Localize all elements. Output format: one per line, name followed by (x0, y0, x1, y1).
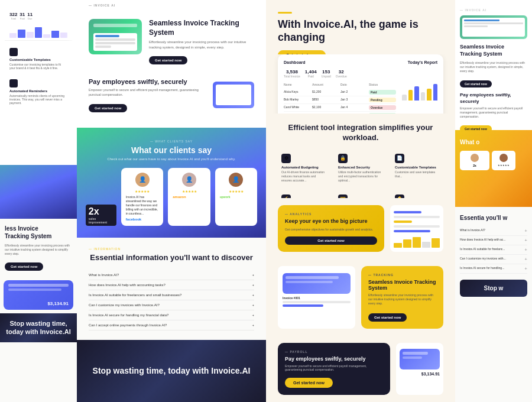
right-faq-1[interactable]: How does Invoice.AI help with ac... + (460, 236, 527, 245)
right-hero-mockup (460, 15, 527, 39)
left-bar-3 (27, 32, 34, 38)
pay-employees-row: Pay employees swiftly, securely Empower … (89, 72, 254, 118)
mockup-row-1 (95, 38, 135, 41)
left-bar-1 (9, 33, 17, 38)
dashboard-card: Dashboard Today's Report 3,538 Total Inv… (278, 54, 443, 114)
seamless-cta[interactable]: Get started now (368, 313, 407, 322)
stat-paid: 1,404 Paid (305, 69, 317, 78)
testimonials-section: — WHAT CLIENTS SAY What our clients say … (77, 128, 266, 238)
left-bar-6 (51, 31, 59, 38)
mockup-row-blue (95, 35, 119, 37)
pay-cta-button[interactable]: Get started now (89, 104, 127, 112)
dashboard-section: Dashboard Today's Report 3,538 Total Inv… (266, 54, 455, 114)
right-faq-icon-0: + (524, 228, 527, 234)
faq-expand-1[interactable]: + (252, 283, 254, 287)
stat-overdue: 32 Overdue (336, 69, 347, 78)
rm-row-3 (464, 25, 488, 27)
right-avatar-2 (499, 154, 508, 162)
bp-bar-3 (413, 237, 421, 248)
reminders-icon (9, 79, 18, 87)
faq-item-0[interactable]: What is Invoice.AI? + (89, 270, 254, 280)
mockup-row-1 (394, 216, 440, 218)
rm-row-1 (464, 20, 499, 21)
rm-row-2 (464, 22, 523, 24)
mockup-row-blue-2 (394, 230, 430, 232)
company-1: facebook (126, 218, 158, 221)
right-pay-text: Pay employees swiftly, securely Empower … (460, 92, 527, 130)
seamless-eyebrow: — TRACKING (368, 273, 436, 277)
dashboard-stats: 3,538 Total Invoice 1,404 Paid 153 Unpai… (284, 69, 437, 78)
right-mini-card-2: ★★★★★ (492, 151, 515, 170)
big-picture-eyebrow: — ANALYTICS (285, 212, 377, 216)
right-mockup-inner (462, 18, 525, 37)
payment-icon: 💳 (338, 194, 348, 198)
left-bar-2 (18, 30, 25, 38)
hero-cta-button[interactable]: Get started now (149, 56, 187, 64)
faq-expand-3[interactable]: + (252, 303, 254, 307)
avatar-3: 👤 (229, 173, 243, 187)
hero-text: Seamless Invoice Tracking System Effortl… (149, 19, 254, 64)
chart-bar-6 (433, 84, 438, 100)
gallery-grid: 322 Total 31 Paid 11 Due (0, 0, 532, 402)
faq-expand-5[interactable]: + (252, 323, 254, 327)
security-icon: 🔒 (338, 154, 348, 163)
pay-eyebrow: — PAYROLL (285, 350, 383, 354)
features-section: Efficient tool integration simplifies yo… (266, 114, 455, 198)
templates-icon (9, 48, 18, 56)
chart-bar-3 (414, 86, 419, 100)
faq-expand-2[interactable]: + (252, 293, 254, 297)
seamless-mockup: Invoice #001 (278, 266, 355, 329)
mockup-row-2 (394, 225, 440, 228)
hero-eyebrow: — INVOICE AI (89, 4, 115, 7)
bp-bar-1 (394, 243, 402, 248)
right-faq-3[interactable]: Can I customize my invoices with... + (460, 255, 527, 264)
pay-section: — PAYROLL Pay employees swiftly, securel… (266, 336, 455, 402)
stars-2: ★★★★★ (173, 189, 205, 193)
left-cta-button[interactable]: Get started now (5, 262, 43, 271)
seamless-section: Invoice #001 — TRACKING Seamless Invoice… (266, 259, 455, 336)
testimonials-eyebrow: — WHAT CLIENTS SAY (150, 140, 193, 143)
faq-item-3[interactable]: Can I customize my invoices with Invoice… (89, 300, 254, 310)
right-faq-0[interactable]: What is Invoice.AI? + (460, 226, 527, 236)
company-3: upwork (220, 195, 252, 199)
stars-1: ★★★★★ (126, 189, 158, 193)
table-header: Name Amount Date Status (284, 83, 396, 86)
right-faq-icon-4: + (524, 266, 527, 271)
faq-item-5[interactable]: Can I accept online payments through Inv… (89, 320, 254, 330)
faq-section: — INFORMATION Essential information you'… (77, 238, 266, 340)
col-center-left: — INVOICE AI Seamless Invoice Tracking S… (77, 0, 266, 402)
faq-item-1[interactable]: How does Invoice.AI help with accounting… (89, 280, 254, 290)
pay-mockup (213, 82, 254, 108)
big-picture-mockup (390, 205, 443, 252)
faq-item-2[interactable]: Is Invoice.AI suitable for freelancers a… (89, 290, 254, 300)
table-row-2: Carol White $2,100 Jan 4 Overdue (284, 104, 396, 112)
faq-expand-0[interactable]: + (252, 273, 254, 277)
faq-list: What is Invoice.AI? + How does Invoice.A… (89, 270, 254, 330)
right-faq-2[interactable]: Is Invoice.AI suitable for freelanc... + (460, 245, 527, 255)
testimonial-card-3: 👤 ★★★★★ upwork (215, 168, 257, 226)
mockup-row-blue-1 (394, 211, 421, 213)
invoice-ai-hero: With Invoice.AI, the game is changing Ge… (266, 0, 455, 54)
table-row-1: Bob Marley $850 Jan 3 Pending (284, 96, 396, 104)
seamless-card: — TRACKING Seamless Invoice Tracking Sys… (361, 266, 443, 329)
pay-cta-btn[interactable]: Get started now (285, 378, 333, 388)
faq-expand-4[interactable]: + (252, 313, 254, 317)
chart-bar-2 (408, 90, 413, 100)
left-bar-4 (35, 27, 42, 38)
right-faq-4[interactable]: Is Invoice.AI secure for handling... + (460, 264, 527, 274)
avatar-1: 👤 (135, 173, 150, 187)
chart-bars (402, 83, 437, 100)
seamless-row-1 (283, 301, 351, 303)
left-mini-stats: 322 Total 31 Paid 11 Due (5, 6, 72, 26)
badge-card: 2x sales improvement (86, 168, 116, 226)
faq-item-4[interactable]: Is Invoice.AI secure for handling my fin… (89, 310, 254, 320)
reminders2-icon: 🔔 (395, 194, 404, 198)
stat-total: 3,538 Total Invoice (284, 69, 300, 78)
invoice-ai-cta[interactable]: Get started now (278, 50, 326, 54)
big-picture-card: — ANALYTICS Keep your eye on the big pic… (278, 205, 384, 252)
stat-unpaid: 153 Unpaid (322, 69, 331, 78)
big-picture-cta[interactable]: Get started now (285, 236, 377, 245)
avatar-2: 👤 (182, 173, 196, 187)
right-hero-cta[interactable]: Get started now (460, 80, 492, 87)
right-pay-cta[interactable]: Get started now (460, 125, 492, 130)
